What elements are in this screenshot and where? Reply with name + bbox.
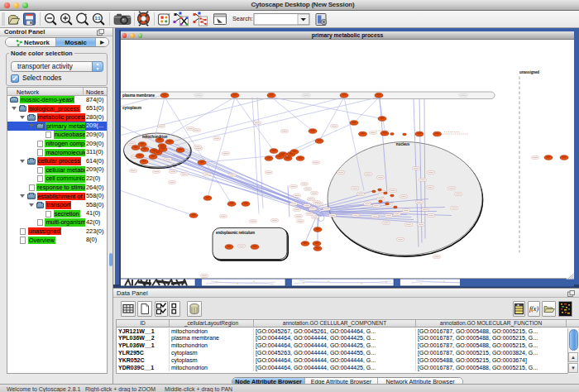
svg-text:1:1: 1:1	[95, 17, 101, 21]
svg-text:mitochondrion: mitochondrion	[142, 134, 168, 138]
svg-text:plasma membrane: plasma membrane	[122, 93, 155, 98]
svg-text:unassigned: unassigned	[519, 69, 539, 74]
svg-text:nucleus: nucleus	[396, 141, 410, 146]
svg-text:endoplasmic reticulum: endoplasmic reticulum	[216, 230, 255, 234]
svg-text:Search:: Search:	[232, 15, 253, 22]
svg-text:cytoplasm: cytoplasm	[122, 106, 141, 110]
